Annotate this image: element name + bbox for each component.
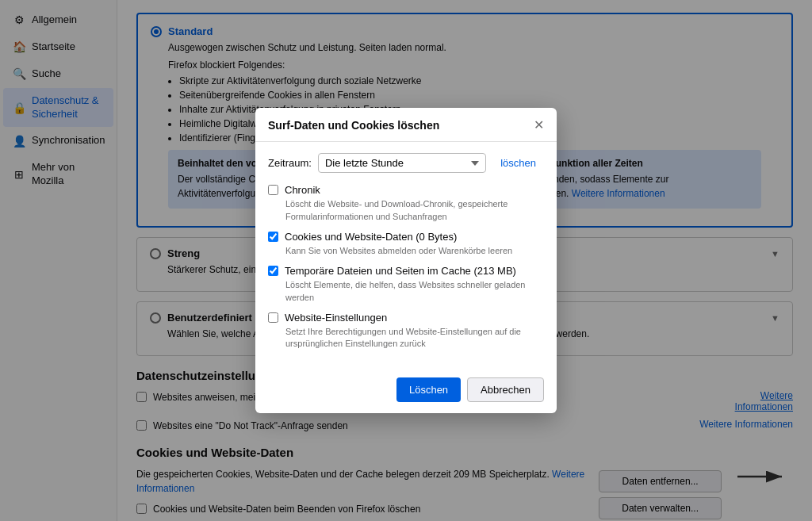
- website-einstellungen-desc: Setzt Ihre Berechtigungen und Website-Ei…: [285, 326, 544, 351]
- dialog-close-button[interactable]: ✕: [534, 119, 544, 132]
- cache-checkbox[interactable]: [268, 266, 278, 276]
- chronik-desc: Löscht die Website- und Download-Chronik…: [285, 198, 544, 223]
- zeitraum-row: Zeitraum: Die letzte StundeDie letzten z…: [268, 153, 544, 173]
- chronik-label: Chronik: [285, 184, 320, 196]
- website-einstellungen-checkbox[interactable]: [268, 312, 278, 323]
- dialog-overlay: Surf-Daten und Cookies löschen ✕ Zeitrau…: [0, 0, 812, 521]
- chronik-checkbox[interactable]: [268, 185, 278, 195]
- cache-label: Temporäre Dateien und Seiten im Cache (2…: [285, 265, 516, 277]
- inline-loeschen-button[interactable]: löschen: [492, 154, 544, 172]
- dialog-header: Surf-Daten und Cookies löschen ✕: [255, 108, 557, 142]
- abbrechen-button[interactable]: Abbrechen: [467, 377, 544, 402]
- dialog-footer: Löschen Abbrechen: [255, 370, 557, 413]
- cache-desc: Löscht Elemente, die helfen, dass Websit…: [285, 279, 544, 304]
- dialog-title: Surf-Daten und Cookies löschen: [268, 119, 439, 132]
- zeitraum-select[interactable]: Die letzte StundeDie letzten zwei Stunde…: [318, 153, 486, 173]
- website-einstellungen-label: Website-Einstellungen: [285, 312, 387, 324]
- website-einstellungen-item: Website-Einstellungen Setzt Ihre Berecht…: [268, 312, 544, 351]
- cache-item: Temporäre Dateien und Seiten im Cache (2…: [268, 265, 544, 304]
- zeitraum-label: Zeitraum:: [268, 157, 312, 169]
- dialog-body: Zeitraum: Die letzte StundeDie letzten z…: [255, 142, 557, 370]
- cookies-checkbox[interactable]: [268, 232, 278, 242]
- cookies-desc-dialog: Kann Sie von Websites abmelden oder Ware…: [285, 245, 544, 257]
- cookies-label: Cookies und Website-Daten (0 Bytes): [285, 231, 457, 243]
- cookies-item: Cookies und Website-Daten (0 Bytes) Kann…: [268, 231, 544, 257]
- chronik-item: Chronik Löscht die Website- und Download…: [268, 184, 544, 223]
- clear-data-dialog: Surf-Daten und Cookies löschen ✕ Zeitrau…: [255, 108, 557, 413]
- loeschen-button[interactable]: Löschen: [396, 377, 461, 402]
